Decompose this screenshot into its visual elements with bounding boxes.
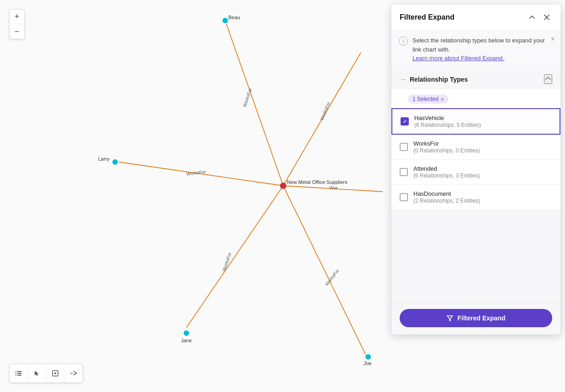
info-content: Select the relationship types below to e… <box>412 36 553 62</box>
tag-close-button[interactable]: × <box>441 96 444 102</box>
section-collapse-button[interactable] <box>544 74 552 84</box>
node-larry-label: Larry <box>98 156 110 162</box>
rel-item-attended[interactable]: Attended (6 Relationships, 3 Entities) <box>391 160 560 185</box>
close-icon <box>544 14 550 21</box>
toolbar-cursor-button[interactable] <box>28 364 46 382</box>
svg-rect-9 <box>17 373 21 374</box>
filter-icon <box>446 314 454 322</box>
panel-header: Filtered Expand <box>391 5 560 31</box>
rel-meta-hasvehicle: (6 Relationships, 5 Entities) <box>414 122 481 128</box>
panel-spacer <box>391 210 560 301</box>
relationship-list: HasVehicle (6 Relationships, 5 Entities)… <box>391 108 560 210</box>
node-larry[interactable] <box>112 159 118 165</box>
edge-label-worksfor-upper-right: WorksFor <box>319 101 332 121</box>
checkbox-worksfor[interactable] <box>400 143 408 151</box>
node-jane[interactable] <box>183 330 190 336</box>
expand-icon <box>70 371 77 376</box>
edge-label-worksfor-larry: WorksFor <box>186 169 206 176</box>
chevron-up-icon <box>529 14 535 21</box>
section-chevron-up-icon <box>545 75 551 82</box>
filtered-expand-button[interactable]: Filtered Expand <box>400 309 552 327</box>
toolbar-expand-button[interactable] <box>64 364 83 382</box>
bottom-toolbar <box>9 364 83 383</box>
rel-meta-hasdocument: (2 Relationships, 2 Entities) <box>413 198 480 204</box>
rel-name-worksfor: WorksFor <box>413 140 480 147</box>
svg-rect-10 <box>16 375 16 376</box>
info-banner: i Select the relationship types below to… <box>391 31 560 68</box>
section-header: → Relationship Types <box>391 68 560 89</box>
info-text: Select the relationship types below to e… <box>412 36 553 54</box>
edge-label-worksfor-right: Wor <box>329 185 338 191</box>
checkbox-attended[interactable] <box>400 168 408 176</box>
rel-info-hasdocument: HasDocument (2 Relationships, 2 Entities… <box>413 190 480 204</box>
panel-footer: Filtered Expand <box>391 301 560 335</box>
svg-line-0 <box>225 21 283 186</box>
zoom-in-button[interactable]: + <box>10 10 24 24</box>
rel-name-hasvehicle: HasVehicle <box>414 115 481 121</box>
info-link[interactable]: Learn more about Filtered Expand. <box>412 55 504 62</box>
zoom-controls: + − <box>9 9 25 39</box>
edge-label-worksfor-jane: WorksFor <box>222 251 232 272</box>
center-node-label: New Metal Office Suppliers <box>287 179 348 185</box>
panel-collapse-button[interactable] <box>527 12 538 23</box>
rel-name-attended: Attended <box>413 165 480 172</box>
box-icon <box>52 370 59 377</box>
filtered-expand-panel: Filtered Expand i Select the relationshi… <box>391 5 560 335</box>
rel-name-hasdocument: HasDocument <box>413 190 480 197</box>
node-joe-label: Joe <box>364 361 372 366</box>
filtered-expand-label: Filtered Expand <box>457 314 505 322</box>
graph-svg: WorksFor WorksFor WorksFor WorksFor Wor … <box>0 0 391 392</box>
center-node[interactable] <box>280 183 286 189</box>
node-beau-label: Beau <box>228 15 240 20</box>
cursor-icon <box>34 370 40 376</box>
svg-rect-7 <box>17 371 21 372</box>
tag-label: 1 Selected <box>412 96 438 102</box>
section-title: Relationship Types <box>410 76 468 83</box>
edge-label-worksfor-beau: WorksFor <box>242 87 253 108</box>
info-banner-close-button[interactable]: × <box>551 35 555 43</box>
svg-rect-11 <box>17 375 21 376</box>
rel-info-attended: Attended (6 Relationships, 3 Entities) <box>413 165 480 179</box>
rel-meta-attended: (6 Relationships, 3 Entities) <box>413 172 480 179</box>
rel-item-hasvehicle[interactable]: HasVehicle (6 Relationships, 5 Entities) <box>391 108 560 135</box>
selected-tag: 1 Selected × <box>408 94 449 104</box>
rel-info-hasvehicle: HasVehicle (6 Relationships, 5 Entities) <box>414 115 481 128</box>
rel-meta-worksfor: (0 Relationships, 0 Entities) <box>413 147 480 154</box>
rel-item-hasdocument[interactable]: HasDocument (2 Relationships, 2 Entities… <box>391 185 560 210</box>
node-joe[interactable] <box>365 354 371 360</box>
panel-close-button[interactable] <box>541 12 552 23</box>
zoom-out-button[interactable]: − <box>10 24 24 39</box>
rel-info-worksfor: WorksFor (0 Relationships, 0 Entities) <box>413 140 480 154</box>
tag-container: 1 Selected × <box>391 89 560 108</box>
toolbar-list-button[interactable] <box>10 364 28 382</box>
svg-rect-6 <box>16 371 16 372</box>
edge-label-worksfor-joe: WorksFor <box>324 268 341 287</box>
arrow-right-icon: → <box>400 76 406 83</box>
list-icon <box>15 370 22 377</box>
checkbox-hasdocument[interactable] <box>400 193 408 201</box>
panel-header-icons <box>527 12 552 23</box>
svg-line-3 <box>283 186 365 354</box>
node-jane-label: Jane <box>181 338 192 343</box>
rel-item-worksfor[interactable]: WorksFor (0 Relationships, 0 Entities) <box>391 135 560 160</box>
node-beau[interactable] <box>222 17 228 24</box>
svg-line-2 <box>186 186 283 328</box>
toolbar-box-button[interactable] <box>46 364 64 382</box>
checkbox-hasvehicle[interactable] <box>401 117 409 125</box>
svg-rect-8 <box>16 373 16 374</box>
section-title-row: → Relationship Types <box>400 76 468 83</box>
info-icon: i <box>399 37 408 46</box>
panel-title: Filtered Expand <box>400 13 454 21</box>
